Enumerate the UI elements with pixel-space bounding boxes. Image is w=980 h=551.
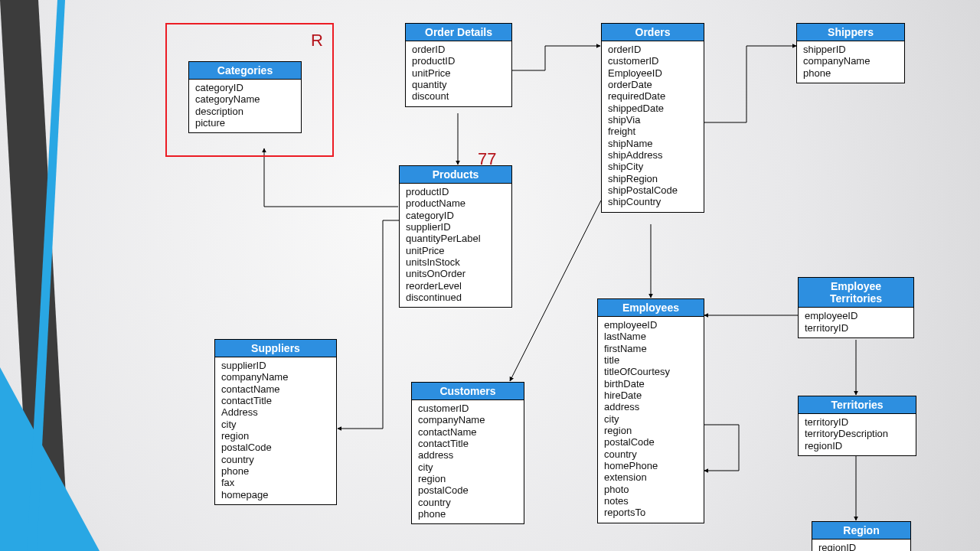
field: reportsTo — [604, 507, 697, 518]
field: quantity — [412, 79, 505, 90]
entity-employees-title: Employees — [598, 299, 704, 317]
field: hireDate — [604, 390, 697, 401]
entity-region-title: Region — [812, 522, 910, 540]
field: country — [604, 448, 697, 460]
field: unitPrice — [406, 245, 505, 256]
field: lastName — [604, 331, 697, 342]
entity-employees: Employees employeeIDlastNamefirstNametit… — [597, 298, 704, 523]
field: postalCode — [418, 484, 518, 496]
entity-employees-fields: employeeIDlastNamefirstNametitletitleOfC… — [598, 317, 704, 523]
entity-shippers: Shippers shipperIDcompanyNamephone — [796, 23, 905, 83]
field: contactName — [418, 426, 518, 438]
entity-territories: Territories territoryIDterritoryDescript… — [798, 396, 916, 456]
entity-categories-fields: categoryIDcategoryNamedescriptionpicture — [189, 80, 301, 132]
field: country — [418, 497, 518, 508]
field: unitsOnOrder — [406, 268, 505, 279]
er-diagram-canvas: R 77 Categories categoryIDcategoryNamede… — [0, 0, 980, 551]
field: birthDate — [604, 378, 697, 390]
field: notes — [604, 495, 697, 507]
field: firstName — [604, 343, 697, 354]
field: territoryID — [805, 416, 910, 428]
field: postalCode — [221, 442, 330, 453]
rel-products-categories — [264, 148, 398, 207]
field: reorderLevel — [406, 280, 505, 292]
field: address — [418, 449, 518, 461]
entity-orderdetails-fields: orderIDproductIDunitPricequantitydiscoun… — [406, 41, 511, 106]
entity-categories-title: Categories — [189, 62, 301, 80]
svg-marker-0 — [0, 0, 69, 551]
field: regionID — [805, 440, 910, 452]
field: shipRegion — [608, 173, 697, 184]
field: homepage — [221, 489, 330, 500]
entity-shippers-title: Shippers — [797, 24, 904, 41]
field: EmployeeID — [608, 67, 697, 79]
field: unitPrice — [412, 67, 505, 79]
field: photo — [604, 484, 697, 495]
field: shipVia — [608, 114, 697, 126]
field: employeeID — [604, 319, 697, 331]
field: contactTitle — [221, 395, 330, 406]
field: address — [604, 401, 697, 412]
field: postalCode — [604, 436, 697, 448]
entity-orders-title: Orders — [602, 24, 704, 41]
field: employeeID — [805, 310, 907, 321]
field: orderID — [608, 44, 697, 55]
field: productID — [406, 186, 505, 197]
field: extension — [604, 471, 697, 483]
field: city — [604, 413, 697, 425]
field: discount — [412, 90, 505, 102]
entity-orderdetails-title: Order Details — [406, 24, 511, 41]
entity-territories-fields: territoryIDterritoryDescriptionregionID — [799, 414, 916, 455]
field: territoryID — [805, 322, 907, 334]
field: regionID — [818, 542, 904, 551]
field: customerID — [608, 55, 697, 67]
field: companyName — [418, 414, 518, 425]
field: companyName — [803, 55, 898, 67]
entity-employee-territories: Employee Territories employeeIDterritory… — [798, 277, 914, 338]
entity-customers-title: Customers — [412, 383, 524, 400]
svg-marker-1 — [0, 367, 100, 551]
field: phone — [221, 465, 330, 477]
field: categoryID — [406, 210, 505, 221]
field: orderID — [412, 44, 505, 55]
field: customerID — [418, 403, 518, 414]
field: titleOfCourtesy — [604, 366, 697, 377]
field: country — [221, 454, 330, 465]
field: region — [604, 425, 697, 436]
field: supplierID — [406, 221, 505, 233]
field: quantityPerLabel — [406, 233, 505, 244]
entity-suppliers-title: Suppliers — [215, 340, 336, 357]
field: description — [195, 106, 295, 117]
field: contactName — [221, 383, 330, 395]
rel-orders-shippers — [704, 46, 796, 122]
entity-territories-title: Territories — [799, 396, 916, 414]
field: companyName — [221, 371, 330, 383]
rel-orders-customers — [510, 201, 601, 381]
field: productName — [406, 197, 505, 209]
field: productID — [412, 55, 505, 67]
field: shipCity — [608, 161, 697, 172]
entity-categories: Categories categoryIDcategoryNamedescrip… — [188, 61, 302, 133]
field: requiredDate — [608, 90, 697, 102]
entity-customers-fields: customerIDcompanyNamecontactNamecontactT… — [412, 400, 524, 523]
entity-products: Products productIDproductNamecategoryIDs… — [399, 165, 512, 308]
rel-orderdetails-orders — [511, 46, 600, 70]
field: orderDate — [608, 79, 697, 90]
field: unitsInStock — [406, 256, 505, 268]
entity-orders-fields: orderIDcustomerIDEmployeeIDorderDaterequ… — [602, 41, 704, 212]
field: freight — [608, 126, 697, 137]
field: shipperID — [803, 44, 898, 55]
entity-region-fields: regionID — [812, 540, 910, 551]
entity-customers: Customers customerIDcompanyNamecontactNa… — [411, 382, 524, 524]
entity-empterr-fields: employeeIDterritoryID — [799, 308, 913, 337]
field: shipPostalCode — [608, 184, 697, 196]
rel-employees-self — [704, 425, 739, 471]
field: territoryDescription — [805, 428, 910, 439]
field: phone — [418, 508, 518, 520]
field: categoryName — [195, 93, 295, 105]
field: homePhone — [604, 460, 697, 471]
field: Address — [221, 406, 330, 418]
entity-products-title: Products — [400, 166, 511, 184]
field: shipAddress — [608, 149, 697, 161]
annotation-r: R — [311, 31, 323, 51]
